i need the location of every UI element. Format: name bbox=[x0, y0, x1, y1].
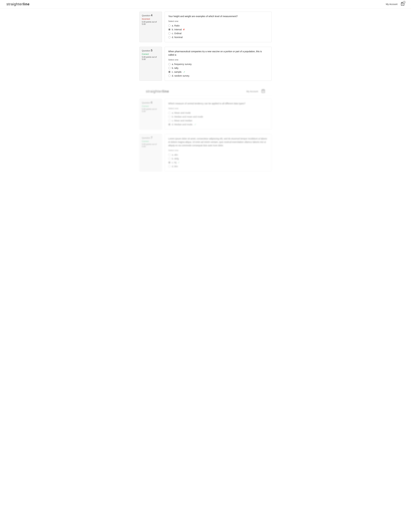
incorrect-icon-4-b: ✘ bbox=[183, 28, 185, 31]
option-text-7-c: c. hij bbox=[172, 161, 177, 164]
option-6-b: b. Median and mean and mode bbox=[168, 115, 268, 119]
radio-6-b bbox=[168, 116, 170, 118]
page-header: straighterline My Account 0 bbox=[0, 0, 411, 8]
question-points-5: 5.00 points out of 5.00 bbox=[142, 56, 159, 60]
select-one-label-5: Select one: bbox=[168, 58, 268, 61]
site-logo: straighterline bbox=[6, 2, 30, 6]
radio-7-b bbox=[168, 158, 170, 160]
blurred-cart-icon bbox=[261, 89, 265, 93]
option-text-4-a: a. Ratio bbox=[172, 24, 179, 27]
question-main-5: When pharmaceutical companies try a new … bbox=[165, 47, 271, 81]
select-one-label-7: Select one: bbox=[168, 149, 268, 152]
radio-6-a bbox=[168, 112, 170, 114]
option-7-d: d. klm bbox=[168, 164, 268, 168]
correct-icon-5-c: ✓ bbox=[183, 71, 185, 73]
options-list-6: a. Mean and mode b. Median and mean and … bbox=[168, 111, 268, 126]
blurred-my-account: My Account bbox=[246, 90, 258, 93]
question-number-4: 4 bbox=[151, 14, 152, 17]
radio-5-a bbox=[168, 63, 170, 65]
cart-badge: 0 bbox=[403, 1, 405, 4]
question-sidebar-6: Question 6 Correct 5.00 points out of 5.… bbox=[140, 99, 162, 129]
question-status-7: Correct bbox=[142, 140, 159, 142]
option-text-7-b: b. defg bbox=[172, 157, 179, 160]
question-points-6: 5.00 points out of 5.00 bbox=[142, 108, 159, 113]
option-4-c[interactable]: c. Ordinal bbox=[168, 31, 268, 35]
option-text-6-a: a. Mean and mode bbox=[172, 112, 191, 114]
question-text-5: When pharmaceutical companies try a new … bbox=[168, 50, 268, 57]
option-text-4-c: c. Ordinal bbox=[172, 32, 181, 35]
header-right: My Account 0 bbox=[386, 2, 405, 6]
radio-7-d bbox=[168, 165, 170, 168]
blurred-header-right: My Account bbox=[246, 89, 265, 94]
radio-6-c bbox=[168, 119, 170, 122]
option-text-4-d: d. Nominal bbox=[172, 36, 183, 38]
option-4-d[interactable]: d. Nominal bbox=[168, 35, 268, 39]
option-5-b[interactable]: b. tally. bbox=[168, 66, 268, 70]
option-6-a: a. Mean and mode bbox=[168, 111, 268, 115]
option-text-4-b: b. Interval bbox=[172, 28, 182, 31]
question-block-4: Question 4 Incorrect 0.00 points out of … bbox=[140, 12, 271, 42]
radio-7-c bbox=[168, 161, 170, 164]
option-4-a[interactable]: a. Ratio bbox=[168, 24, 268, 28]
question-block-6: Question 6 Correct 5.00 points out of 5.… bbox=[140, 99, 271, 129]
option-5-d[interactable]: d. random survey. bbox=[168, 74, 268, 78]
correct-icon-7-c: ✓ bbox=[178, 161, 180, 164]
option-text-5-c: c. sample. bbox=[172, 71, 182, 73]
question-block-7: Question 7 Correct 5.00 points out of 5.… bbox=[140, 134, 271, 171]
question-main-4: Your height and weight are examples of w… bbox=[165, 12, 271, 42]
option-5-c[interactable]: c. sample. ✓ bbox=[168, 70, 268, 74]
option-text-6-d: d. Median and mode. bbox=[172, 123, 193, 126]
blurred-logo: straighterline bbox=[146, 89, 169, 94]
logo-text-bold: line bbox=[23, 2, 30, 6]
option-text-5-b: b. tally. bbox=[172, 67, 179, 69]
question-points-7: 5.00 points out of 5.00 bbox=[142, 143, 159, 148]
option-text-7-a: a. abc bbox=[172, 153, 178, 156]
question-label-7: Question 7 bbox=[142, 136, 159, 139]
options-list-5: a. frequency survey. b. tally. c. sample… bbox=[168, 62, 268, 78]
question-status-6: Correct bbox=[142, 105, 159, 107]
radio-7-a bbox=[168, 154, 170, 156]
radio-4-b bbox=[168, 28, 170, 31]
question-main-6: Which measure of central tendency can be… bbox=[165, 99, 271, 129]
question-number-5: 5 bbox=[151, 49, 152, 52]
radio-4-c bbox=[168, 32, 170, 35]
option-text-5-a: a. frequency survey. bbox=[172, 63, 192, 66]
question-block-5: Question 5 Correct 5.00 points out of 5.… bbox=[140, 47, 271, 81]
radio-6-d bbox=[168, 123, 170, 126]
option-7-c: c. hij ✓ bbox=[168, 161, 268, 164]
question-text-7: Lorem ipsum dolor sit amet, consectetur … bbox=[168, 137, 268, 147]
blurred-header: straighterline My Account bbox=[140, 87, 271, 95]
blurred-cart bbox=[261, 89, 265, 94]
option-6-c: c. Mean and median bbox=[168, 119, 268, 123]
option-text-7-d: d. klm bbox=[172, 165, 178, 168]
option-7-a: a. abc bbox=[168, 153, 268, 157]
radio-4-d bbox=[168, 36, 170, 38]
question-status-5: Correct bbox=[142, 53, 159, 55]
radio-4-a bbox=[168, 25, 170, 27]
main-content: Question 4 Incorrect 0.00 points out of … bbox=[136, 8, 275, 179]
logo-text-plain: straighter bbox=[6, 2, 23, 6]
my-account-link[interactable]: My Account bbox=[386, 3, 397, 6]
question-label-5: Question 5 bbox=[142, 49, 159, 52]
question-sidebar-5: Question 5 Correct 5.00 points out of 5.… bbox=[140, 47, 162, 81]
option-5-a[interactable]: a. frequency survey. bbox=[168, 62, 268, 66]
cart-icon-wrap[interactable]: 0 bbox=[401, 2, 405, 6]
question-label-6: Question 6 bbox=[142, 101, 159, 104]
question-main-7: Lorem ipsum dolor sit amet, consectetur … bbox=[165, 134, 271, 171]
radio-5-d bbox=[168, 75, 170, 77]
option-text-6-c: c. Mean and median bbox=[172, 119, 192, 122]
option-4-b[interactable]: b. Interval ✘ bbox=[168, 28, 268, 31]
blurred-area: straighterline My Account Question 6 Cor… bbox=[140, 87, 271, 171]
question-sidebar-7: Question 7 Correct 5.00 points out of 5.… bbox=[140, 134, 162, 171]
option-7-b: b. defg bbox=[168, 157, 268, 161]
correct-icon-6-d: ✓ bbox=[194, 123, 196, 126]
options-list-4: a. Ratio b. Interval ✘ c. Ordinal d. Nom… bbox=[168, 24, 268, 39]
select-one-label-4: Select one: bbox=[168, 20, 268, 22]
option-6-d: d. Median and mode. ✓ bbox=[168, 123, 268, 126]
option-text-5-d: d. random survey. bbox=[172, 75, 190, 77]
radio-5-c bbox=[168, 71, 170, 73]
question-sidebar-4: Question 4 Incorrect 0.00 points out of … bbox=[140, 12, 162, 42]
option-text-6-b: b. Median and mean and mode bbox=[172, 115, 203, 118]
question-status-4: Incorrect bbox=[142, 18, 159, 20]
question-points-4: 0.00 points out of 5.00 bbox=[142, 21, 159, 25]
